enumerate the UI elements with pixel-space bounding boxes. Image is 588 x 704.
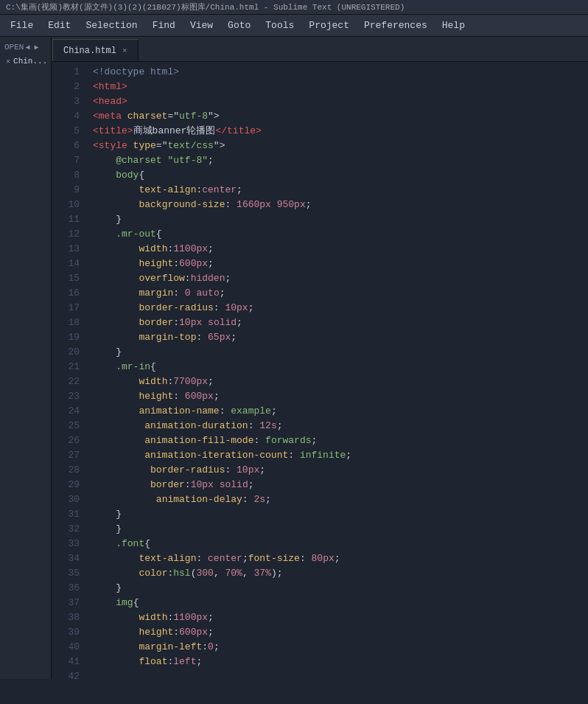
main-area: OPEN ◀ ▶ ✕ Chin... China.html × 1 2 3 4 … — [0, 37, 588, 679]
title-bar: C:\集画(视频)教材(源文件)(3)(2)(21B027)标图库/China.… — [0, 0, 588, 15]
code-line-18: overflow:hidden; — [93, 271, 588, 286]
line-num: 15 — [52, 271, 80, 286]
code-line-39: color:hsl(300, 70%, 37%); — [93, 566, 588, 581]
line-num: 14 — [52, 257, 80, 271]
menu-goto[interactable]: Goto — [220, 17, 258, 34]
line-num: 27 — [52, 448, 80, 463]
code-line-45: margin-left:0; — [93, 640, 588, 655]
code-line-34: } — [93, 507, 588, 522]
code-line-32: border:10px solid; — [93, 478, 588, 492]
code-line-31: border-radius: 10px; — [93, 463, 588, 478]
code-area[interactable]: <!doctype html> <html> <head> <meta char… — [87, 62, 588, 679]
menu-selection[interactable]: Selection — [78, 17, 144, 34]
code-line-1: <!doctype html> — [93, 65, 588, 80]
title-text: C:\集画(视频)教材(源文件)(3)(2)(21B027)标图库/China.… — [6, 1, 405, 13]
code-line-24: .mr-in{ — [93, 360, 588, 374]
line-num: 36 — [52, 581, 80, 596]
line-num: 28 — [52, 463, 80, 478]
sidebar-open-section: OPEN ◀ ▶ — [0, 40, 51, 55]
code-line-20: border-radius: 10px; — [93, 301, 588, 316]
line-num: 33 — [52, 537, 80, 551]
line-num: 1 — [52, 65, 80, 80]
code-line-6: <style type="text/css"> — [93, 139, 588, 153]
sidebar-open-label: OPEN — [4, 43, 24, 52]
line-num: 35 — [52, 566, 80, 581]
menu-find[interactable]: Find — [145, 17, 183, 34]
code-line-38: text-align: center;font-size: 80px; — [93, 551, 588, 566]
code-line-11: background-size: 1660px 950px; — [93, 198, 588, 212]
line-num: 6 — [52, 139, 80, 153]
line-num: 38 — [52, 610, 80, 625]
line-num: 23 — [52, 389, 80, 404]
code-line-27: animation-name: example; — [93, 404, 588, 419]
line-num: 17 — [52, 301, 80, 316]
code-line-16: width:1100px; — [93, 242, 588, 257]
line-num: 39 — [52, 625, 80, 640]
tab-bar: China.html × — [52, 37, 588, 62]
code-line-17: height:600px; — [93, 257, 588, 271]
code-line-13: } — [93, 212, 588, 227]
code-line-5: <title>商城banner轮播图</title> — [93, 124, 588, 139]
sidebar-nav-arrows[interactable]: ◀ ▶ — [25, 43, 38, 52]
line-num: 31 — [52, 507, 80, 522]
line-num: 42 — [52, 669, 80, 679]
code-line-29: animation-fill-mode: forwards; — [93, 433, 588, 448]
line-num: 18 — [52, 316, 80, 330]
line-num: 2 — [52, 80, 80, 94]
code-line-37: .font{ — [93, 537, 588, 551]
line-num: 34 — [52, 551, 80, 566]
line-num: 4 — [52, 109, 80, 124]
line-num: 16 — [52, 286, 80, 301]
line-num: 21 — [52, 360, 80, 374]
line-num: 40 — [52, 640, 80, 655]
line-num: 30 — [52, 492, 80, 507]
sidebar-file-label: Chin... — [13, 57, 47, 66]
menu-project[interactable]: Project — [301, 17, 357, 34]
code-line-33: animation-delay: 2s; — [93, 492, 588, 507]
line-num: 3 — [52, 94, 80, 109]
code-line-9: text-align:center; — [93, 183, 588, 198]
menu-file[interactable]: File — [3, 17, 41, 34]
code-line-7: @charset "utf-8"; — [93, 153, 588, 168]
sidebar-close-icon[interactable]: ✕ — [6, 57, 10, 66]
line-num: 25 — [52, 419, 80, 433]
code-line-4: <meta charset="utf-8"> — [93, 109, 588, 124]
code-line-46: float:left; — [93, 655, 588, 669]
editor[interactable]: 1 2 3 4 5 6 7 8 9 10 11 12 13 14 15 16 1… — [52, 62, 588, 679]
line-num: 32 — [52, 522, 80, 537]
code-line-26: height: 600px; — [93, 389, 588, 404]
line-num: 5 — [52, 124, 80, 139]
menu-bar: File Edit Selection Find View Goto Tools… — [0, 15, 588, 37]
line-num: 26 — [52, 433, 80, 448]
menu-preferences[interactable]: Preferences — [357, 17, 435, 34]
line-numbers: 1 2 3 4 5 6 7 8 9 10 11 12 13 14 15 16 1… — [52, 62, 87, 679]
menu-help[interactable]: Help — [435, 17, 472, 34]
code-line-2: <html> — [93, 80, 588, 94]
tab-close-button[interactable]: × — [122, 46, 127, 55]
editor-wrapper: China.html × 1 2 3 4 5 6 7 8 9 10 11 12 … — [52, 37, 588, 679]
line-num: 24 — [52, 404, 80, 419]
code-line-28: animation-duration: 12s; — [93, 419, 588, 433]
menu-edit[interactable]: Edit — [41, 17, 78, 34]
line-num: 10 — [52, 198, 80, 212]
line-num: 19 — [52, 330, 80, 345]
code-line-42: img{ — [93, 596, 588, 610]
code-line-8: body{ — [93, 168, 588, 183]
line-num: 7 — [52, 153, 80, 168]
code-line-41: } — [93, 581, 588, 596]
line-num: 37 — [52, 596, 80, 610]
tab-china-html[interactable]: China.html × — [52, 39, 139, 61]
menu-view[interactable]: View — [183, 17, 220, 34]
code-line-3: <head> — [93, 94, 588, 109]
sidebar-file-item[interactable]: ✕ Chin... — [0, 55, 51, 68]
menu-tools[interactable]: Tools — [258, 17, 301, 34]
line-num: 11 — [52, 212, 80, 227]
line-num: 13 — [52, 242, 80, 257]
code-line-22: margin-top: 65px; — [93, 330, 588, 345]
code-line-44: height:600px; — [93, 625, 588, 640]
code-line-19: margin: 0 auto; — [93, 286, 588, 301]
line-num: 41 — [52, 655, 80, 669]
code-line-25: width:7700px; — [93, 374, 588, 389]
line-num: 12 — [52, 227, 80, 242]
code-line-30: animation-iteration-count: infinite; — [93, 448, 588, 463]
